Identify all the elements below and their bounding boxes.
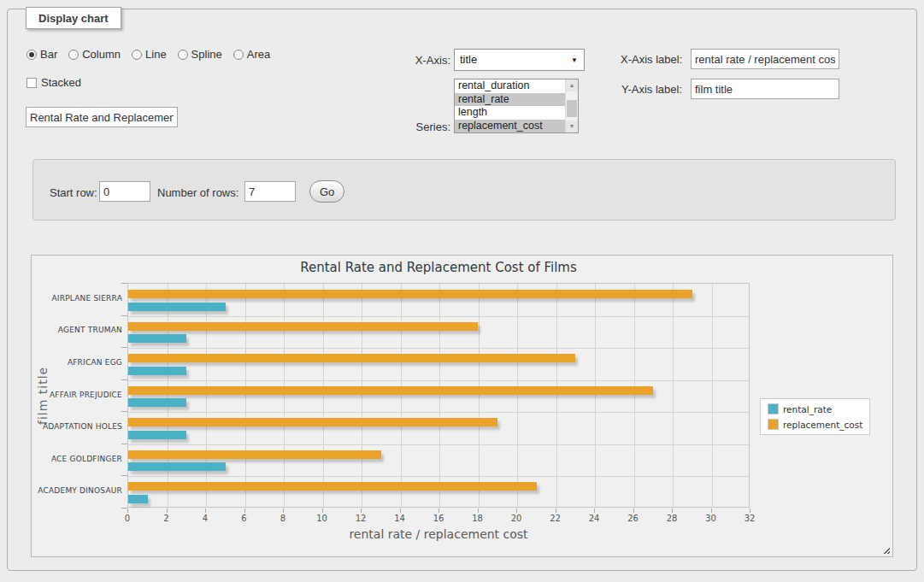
bar-replacement_cost bbox=[128, 322, 478, 331]
x-axis-tick bbox=[750, 509, 750, 513]
chart-type-bar[interactable]: Bar bbox=[26, 48, 57, 61]
y-axis-tick bbox=[121, 508, 127, 509]
gridline bbox=[673, 284, 674, 507]
series-list-label: Series: bbox=[402, 121, 450, 133]
chart-type-radiogroup: BarColumnLineSplineArea bbox=[26, 48, 270, 61]
x-axis-select[interactable]: title ▼ bbox=[454, 49, 585, 71]
category-label: AIRPLANE SIERRA bbox=[32, 294, 122, 303]
chart-type-column[interactable]: Column bbox=[68, 48, 121, 61]
fieldset-legend: Display chart bbox=[26, 7, 121, 29]
y-axis-tick bbox=[121, 379, 127, 380]
start-row-input[interactable] bbox=[99, 181, 150, 202]
x-axis-label-caption: X-Axis label: bbox=[621, 53, 682, 66]
chart-type-spline[interactable]: Spline bbox=[178, 48, 222, 61]
x-axis-tick bbox=[438, 509, 439, 513]
legend-swatch-replacement_cost bbox=[768, 419, 779, 430]
y-axis-tick bbox=[121, 444, 127, 444]
chart-type-line[interactable]: Line bbox=[132, 48, 167, 61]
series-option-length[interactable]: length bbox=[455, 106, 565, 120]
start-row-label: Start row: bbox=[50, 186, 97, 199]
gridline bbox=[128, 476, 749, 477]
x-axis-tick-label: 22 bbox=[543, 514, 568, 523]
x-axis-tick-label: 4 bbox=[192, 514, 218, 523]
gridline bbox=[168, 284, 168, 507]
radio-label: Area bbox=[247, 48, 270, 61]
stacked-label: Stacked bbox=[41, 76, 81, 89]
x-axis-tick-label: 28 bbox=[659, 514, 685, 523]
gridline bbox=[245, 284, 246, 507]
y-axis-tick bbox=[121, 283, 127, 284]
x-axis-tick bbox=[283, 509, 284, 513]
y-axis-label-input[interactable] bbox=[691, 79, 839, 99]
resize-grip-icon[interactable] bbox=[881, 545, 890, 554]
chart-title-input[interactable] bbox=[26, 107, 178, 127]
series-option-rental_duration[interactable]: rental_duration bbox=[455, 79, 565, 93]
x-axis-tick bbox=[594, 509, 595, 513]
x-axis-tick bbox=[672, 509, 673, 513]
gridline bbox=[517, 284, 518, 507]
x-axis-tick-label: 0 bbox=[115, 514, 140, 523]
series-option-rental_rate[interactable]: rental_rate bbox=[455, 93, 565, 107]
radio-label: Column bbox=[82, 48, 121, 61]
x-axis-tick-label: 14 bbox=[387, 514, 413, 523]
y-axis-tick bbox=[121, 475, 127, 476]
chart-type-area[interactable]: Area bbox=[233, 48, 270, 61]
series-option-replacement_cost[interactable]: replacement_cost bbox=[455, 120, 565, 133]
bar-replacement_cost bbox=[128, 290, 692, 298]
x-axis-tick bbox=[244, 509, 245, 513]
x-axis-tick bbox=[478, 509, 479, 513]
bar-rental_rate bbox=[128, 334, 186, 343]
legend-label: rental_rate bbox=[783, 404, 832, 414]
y-axis-tick bbox=[121, 347, 127, 348]
series-options: rental_durationrental_ratelengthreplacem… bbox=[455, 79, 565, 132]
bar-replacement_cost bbox=[128, 354, 575, 362]
legend-entry: replacement_cost bbox=[768, 419, 862, 430]
scroll-up-icon[interactable]: ▲ bbox=[566, 79, 578, 91]
x-axis-tick-label: 2 bbox=[154, 514, 180, 523]
x-axis-tick-label: 6 bbox=[232, 514, 257, 523]
number-of-rows-input[interactable] bbox=[244, 181, 296, 202]
series-listbox[interactable]: rental_durationrental_ratelengthreplacem… bbox=[454, 79, 579, 133]
gridline bbox=[479, 284, 480, 507]
radio-icon bbox=[233, 50, 244, 60]
x-axis-tick bbox=[361, 509, 362, 513]
x-axis-tick bbox=[556, 509, 556, 513]
gridline bbox=[128, 444, 749, 445]
series-scrollbar[interactable]: ▲ ▼ bbox=[565, 79, 578, 132]
legend-entry: rental_rate bbox=[768, 403, 862, 414]
stacked-checkbox[interactable]: Stacked bbox=[26, 76, 81, 89]
x-axis-tick-label: 8 bbox=[270, 514, 296, 523]
gridline bbox=[439, 284, 440, 507]
gridline bbox=[362, 284, 362, 507]
x-axis-tick bbox=[400, 509, 401, 513]
x-axis-tick-label: 18 bbox=[465, 514, 491, 523]
chart-legend: rental_ratereplacement_cost bbox=[760, 398, 870, 435]
scroll-down-icon[interactable]: ▼ bbox=[566, 121, 578, 132]
category-label: ACADEMY DINOSAUR bbox=[32, 486, 122, 495]
scrollbar-thumb[interactable] bbox=[567, 100, 577, 117]
bar-replacement_cost bbox=[128, 450, 381, 459]
category-label: AFRICAN EGG bbox=[32, 358, 122, 367]
go-button[interactable]: Go bbox=[309, 180, 344, 203]
legend-label: replacement_cost bbox=[783, 420, 862, 430]
checkbox-icon bbox=[26, 78, 37, 88]
radio-icon bbox=[132, 50, 142, 60]
x-axis-tick-label: 24 bbox=[581, 514, 607, 523]
gridline bbox=[284, 284, 285, 507]
gridline bbox=[323, 284, 324, 507]
x-axis-tick-label: 26 bbox=[621, 514, 646, 523]
bar-rental_rate bbox=[128, 495, 148, 503]
x-axis-tick-label: 20 bbox=[503, 514, 529, 523]
gridline bbox=[401, 284, 402, 507]
x-axis-label-input[interactable] bbox=[691, 49, 839, 69]
bar-rental_rate bbox=[128, 431, 186, 439]
x-axis-tick bbox=[127, 509, 128, 513]
x-axis-tick-label: 30 bbox=[698, 514, 724, 523]
gridline bbox=[595, 284, 596, 507]
gridline bbox=[712, 284, 713, 507]
gridline bbox=[206, 284, 207, 507]
category-label: ADAPTATION HOLES bbox=[32, 422, 122, 431]
radio-icon bbox=[68, 50, 79, 60]
gridline bbox=[128, 380, 749, 381]
gridline bbox=[128, 348, 749, 349]
